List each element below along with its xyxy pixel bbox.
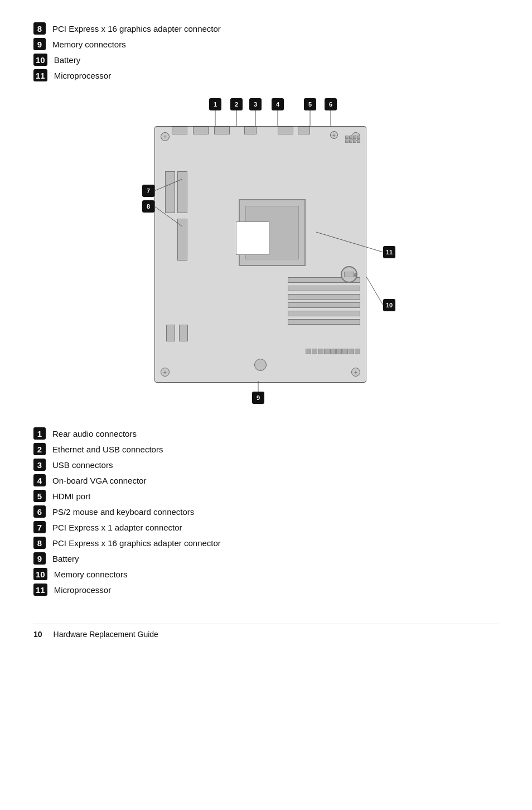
bottom-grid	[306, 349, 360, 354]
pci-slot-7	[165, 171, 175, 213]
list-item: 7 PCI Express x 1 adapter connector	[33, 521, 499, 533]
svg-line-29	[366, 277, 383, 305]
motherboard-diagram: 1 2 3 4 5 6 7	[127, 98, 405, 411]
badge-4: 4	[33, 474, 46, 486]
motherboard-body	[154, 126, 366, 383]
svg-rect-27	[383, 299, 395, 311]
list-item: 11 Microprocessor	[33, 69, 499, 81]
list-item: 6 PS/2 mouse and keyboard connectors	[33, 505, 499, 518]
svg-text:5: 5	[308, 101, 312, 108]
diagram-wrapper: 1 2 3 4 5 6 7	[33, 98, 499, 411]
connector-4	[244, 127, 257, 134]
list-item: 8 PCI Express x 16 graphics adapter conn…	[33, 537, 499, 549]
badge-3: 3	[33, 459, 46, 471]
connector-2	[193, 127, 209, 134]
svg-text:10: 10	[386, 302, 393, 308]
badge-11: 11	[33, 69, 47, 81]
item-label: Ethernet and USB connectors	[52, 445, 163, 454]
memory-area	[288, 277, 360, 325]
footer-title: Hardware Replacement Guide	[54, 630, 158, 639]
pci-slot-8	[177, 171, 187, 213]
connector-1	[172, 127, 187, 134]
footer-page-number: 10	[33, 630, 42, 639]
svg-rect-8	[304, 98, 316, 110]
item-label: Memory connectors	[52, 40, 126, 49]
badge-5: 5	[33, 490, 46, 502]
svg-text:3: 3	[254, 101, 257, 108]
svg-rect-30	[252, 392, 264, 404]
list-item: 9 Memory connectors	[33, 38, 499, 50]
connector-6	[298, 127, 310, 134]
svg-text:1: 1	[214, 101, 217, 108]
list-item: 10 Battery	[33, 54, 499, 66]
svg-text:4: 4	[276, 101, 280, 108]
badge-1: 1	[33, 427, 46, 440]
screw-br	[351, 368, 360, 377]
badge-7: 7	[33, 521, 46, 533]
item-label: Battery	[54, 55, 81, 65]
svg-text:11: 11	[386, 249, 393, 255]
pci-slot-8b	[177, 219, 187, 261]
bottom-list: 1 Rear audio connectors 2 Ethernet and U…	[33, 427, 499, 596]
list-item: 4 On-board VGA connector	[33, 474, 499, 486]
item-label: Microprocessor	[54, 71, 112, 80]
top-list: 8 PCI Express x 16 graphics adapter conn…	[33, 22, 499, 81]
list-item: 2 Ethernet and USB connectors	[33, 443, 499, 455]
svg-text:6: 6	[329, 101, 332, 108]
screw-ps2	[330, 131, 338, 139]
svg-text:7: 7	[147, 187, 150, 194]
svg-rect-0	[209, 98, 221, 110]
battery-circle	[341, 266, 357, 283]
chip-white	[236, 221, 269, 255]
badge-8: 8	[33, 22, 46, 35]
item-label: PS/2 mouse and keyboard connectors	[52, 507, 194, 517]
badge-9b: 9	[33, 552, 46, 565]
badge-9: 9	[33, 38, 46, 50]
badge-11b: 11	[33, 584, 47, 596]
svg-rect-10	[325, 98, 337, 110]
connector-3	[214, 127, 230, 134]
svg-rect-6	[272, 98, 284, 110]
item-label: PCI Express x 16 graphics adapter connec…	[52, 24, 221, 33]
svg-text:2: 2	[235, 101, 238, 108]
bottom-center-circle	[254, 359, 267, 371]
item-label: USB connectors	[52, 460, 113, 470]
badge-10b: 10	[33, 568, 47, 580]
list-item: 11 Microprocessor	[33, 584, 499, 596]
svg-text:9: 9	[257, 394, 260, 401]
connector-5	[278, 127, 293, 134]
item-label: Battery	[52, 554, 79, 563]
item-label: PCI Express x 1 adapter connector	[52, 523, 182, 532]
svg-rect-21	[142, 200, 154, 213]
list-item: 10 Memory connectors	[33, 568, 499, 580]
svg-rect-4	[249, 98, 262, 110]
footer: 10 Hardware Replacement Guide	[33, 624, 499, 639]
bottom-left-conn	[166, 325, 188, 343]
item-label: On-board VGA connector	[52, 476, 146, 485]
badge-10: 10	[33, 54, 47, 66]
list-item: 3 USB connectors	[33, 459, 499, 471]
list-item: 5 HDMI port	[33, 490, 499, 502]
item-label: Rear audio connectors	[52, 429, 137, 438]
item-label: HDMI port	[52, 491, 90, 501]
item-label: Memory connectors	[54, 570, 128, 579]
item-label: PCI Express x 16 graphics adapter connec…	[52, 538, 221, 548]
list-item: 8 PCI Express x 16 graphics adapter conn…	[33, 22, 499, 35]
badge-6: 6	[33, 505, 46, 518]
list-item: 1 Rear audio connectors	[33, 427, 499, 440]
badge-2: 2	[33, 443, 46, 455]
screw-bl	[161, 368, 170, 377]
svg-rect-18	[142, 185, 154, 197]
item-label: Microprocessor	[54, 585, 112, 595]
svg-text:8: 8	[147, 203, 150, 210]
svg-rect-24	[383, 246, 395, 258]
badge-8b: 8	[33, 537, 46, 549]
list-item: 9 Battery	[33, 552, 499, 565]
screw-tl	[161, 132, 170, 141]
ps2-grid	[345, 136, 360, 143]
svg-rect-2	[230, 98, 243, 110]
